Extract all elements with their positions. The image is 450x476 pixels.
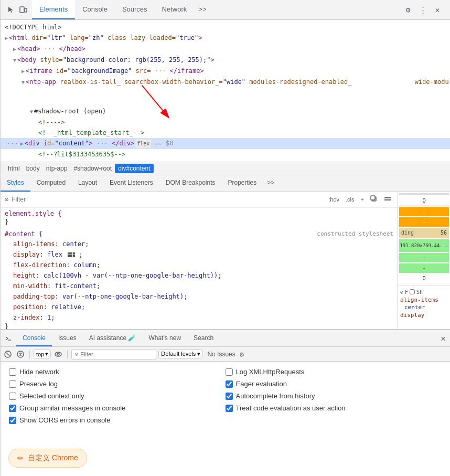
svg-rect-5 [371, 196, 375, 200]
filter-actions: :hov .cls + [326, 194, 393, 205]
styles-filter-input[interactable] [12, 196, 323, 203]
copy-style-button[interactable] [368, 194, 380, 205]
checkbox-selected-context[interactable] [9, 393, 16, 400]
console-filter-input[interactable] [80, 351, 153, 357]
svg-rect-1 [25, 8, 27, 12]
prop-align-items[interactable]: align-items: center; [5, 239, 393, 249]
device-icon[interactable] [18, 5, 28, 15]
checkbox-eager-eval[interactable] [226, 380, 233, 388]
hov-button[interactable]: :hov [326, 195, 341, 204]
tab-more[interactable]: >> [194, 0, 210, 19]
customize-chrome-button[interactable]: ✏ 自定义 Chrome [8, 449, 87, 468]
right-sidebar: 0 - - ding 56 191.820×769.44... [398, 192, 450, 330]
dom-line-content-selected[interactable]: ··· ▶ <div id="content" > ··· </div> fle… [1, 138, 450, 149]
label-preserve-log[interactable]: Preserve log [19, 380, 58, 388]
dom-line-iframe[interactable]: ▶ <iframe id="backgroundImage" src= ··· … [1, 66, 450, 77]
elements-panel: <!DOCTYPE html> ▶ <html dir="ltr" lang="… [1, 20, 450, 329]
filter-icon: ⊘ [5, 196, 8, 203]
console-gear-icon[interactable]: ⚙ [240, 350, 244, 358]
label-group-similar[interactable]: Group similar messages in console [19, 404, 125, 412]
label-selected-context[interactable]: Selected context only [19, 392, 84, 400]
tab-network[interactable]: Network [155, 0, 195, 19]
sidebar-content-box: 191.820×769.44... [399, 239, 449, 252]
toggle-button[interactable] [382, 194, 393, 205]
tab-computed[interactable]: Computed [30, 175, 72, 192]
eye-icon[interactable] [53, 349, 63, 359]
label-show-cors[interactable]: Show CORS errors in console [19, 416, 110, 424]
tab-issues[interactable]: Issues [52, 330, 83, 346]
dom-line-html[interactable]: ▶ <html dir="ltr" lang="zh" class lazy-l… [1, 33, 450, 44]
checkbox-show-cors[interactable] [9, 417, 16, 424]
console-toolbar: top ▾ ⊘ Default levels ▾ No Issues ⚙ [1, 347, 450, 362]
toolbar-icons [3, 5, 32, 15]
clear-console-icon[interactable] [3, 349, 13, 359]
breadcrumb-body[interactable]: body [23, 164, 43, 173]
sidebar-dash1: - [399, 207, 449, 216]
add-style-button[interactable]: + [359, 195, 366, 204]
dom-line-doctype[interactable]: <!DOCTYPE html> [1, 22, 450, 33]
tab-more-panel[interactable]: >> [263, 175, 278, 192]
console-filter-icon: ⊘ [75, 351, 78, 357]
sidebar-checkbox-sh[interactable] [410, 289, 415, 294]
label-hide-network[interactable]: Hide network [19, 368, 59, 376]
label-autocomplete[interactable]: Autocomplete from history [236, 392, 315, 400]
label-log-xhr[interactable]: Log XMLHttpRequests [236, 368, 305, 376]
tab-dom-breakpoints[interactable]: DOM Breakpoints [159, 175, 222, 192]
svg-rect-0 [20, 7, 24, 13]
tab-sources[interactable]: Sources [115, 0, 155, 19]
dom-line-head[interactable]: ▶ <head> ··· </head> [1, 44, 450, 55]
style-rule-element: element.style { } [1, 208, 398, 228]
tab-search[interactable]: Search [187, 330, 220, 346]
tab-styles[interactable]: Styles [1, 175, 30, 192]
dom-line-ntpapp[interactable]: ▼ <ntp-app realbox-is-tall_ searchbox-wi… [1, 77, 450, 106]
breadcrumb-shadow-root[interactable]: #shadow-root [70, 164, 115, 173]
tab-elements[interactable]: Elements [32, 0, 75, 19]
svg-rect-7 [384, 199, 391, 200]
filter-console-icon[interactable] [15, 349, 26, 359]
close-icon[interactable]: ✕ [431, 4, 444, 16]
tab-ai-assistance[interactable]: AI assistance 🧪 [83, 330, 143, 346]
breadcrumb-divcontent[interactable]: div#content [115, 164, 153, 173]
context-select[interactable]: top ▾ [34, 350, 51, 358]
checkbox-log-xhr[interactable] [226, 368, 233, 376]
tab-properties[interactable]: Properties [222, 175, 263, 192]
settings-icon[interactable]: ⚙ [402, 4, 414, 16]
label-eager-eval[interactable]: Eager evaluation [236, 380, 287, 388]
checkbox-preserve-log[interactable] [9, 380, 16, 388]
cursor-icon[interactable] [7, 5, 16, 15]
console-tab-icon[interactable] [1, 335, 16, 342]
setting-preserve-log: Preserve log [9, 378, 226, 390]
prop-flex-direction[interactable]: flex-direction: column; [5, 260, 393, 270]
more-icon[interactable]: ⋮ [416, 4, 429, 16]
cls-button[interactable]: .cls [344, 195, 357, 204]
dom-line-comment1[interactable]: <!----> [1, 117, 450, 128]
checkbox-group-similar[interactable] [9, 405, 16, 412]
dom-line-comment2[interactable]: <!--_html_template_start_--> [1, 128, 450, 138]
dom-tree[interactable]: <!DOCTYPE html> ▶ <html dir="ltr" lang="… [1, 20, 450, 162]
prop-position[interactable]: position: relative; [5, 302, 393, 312]
tab-whats-new[interactable]: What's new [142, 330, 187, 346]
tab-console[interactable]: Console [75, 0, 115, 19]
prop-padding-top[interactable]: padding-top: var(--ntp-one-google-bar-he… [5, 291, 393, 302]
toolbar-sep1 [29, 350, 30, 358]
dom-line-shadow-root[interactable]: ▼ #shadow-root (open) [1, 106, 450, 117]
checkbox-hide-network[interactable] [9, 368, 16, 376]
tab-event-listeners[interactable]: Event Listeners [103, 175, 159, 192]
breadcrumb-ntpapp[interactable]: ntp-app [43, 164, 71, 173]
prop-z-index[interactable]: z-index: 1; [5, 312, 393, 323]
prop-display[interactable]: display: flex ; [5, 249, 393, 260]
breadcrumb-html[interactable]: html [5, 164, 23, 173]
sidebar-num-top: 0 [398, 196, 450, 206]
checkbox-autocomplete[interactable] [226, 393, 233, 400]
dom-line-comment3[interactable]: <!--?lit$3133453635$--> [1, 149, 450, 160]
level-select[interactable]: Default levels ▾ [158, 350, 203, 358]
prop-min-width[interactable]: min-width: fit-content; [5, 281, 393, 291]
tab-layout[interactable]: Layout [72, 175, 103, 192]
checkbox-treat-code[interactable] [226, 405, 233, 412]
dom-line-body[interactable]: ▼ <body style="background-color: rgb(255… [1, 55, 450, 66]
tab-console-main[interactable]: Console [16, 330, 52, 346]
console-close-button[interactable]: ✕ [436, 333, 450, 343]
console-tab-bar: Console Issues AI assistance 🧪 What's ne… [1, 330, 450, 347]
label-treat-code[interactable]: Treat code evaluation as user action [236, 404, 346, 412]
prop-height[interactable]: height: calc(100vh - var(--ntp-one-googl… [5, 270, 393, 281]
